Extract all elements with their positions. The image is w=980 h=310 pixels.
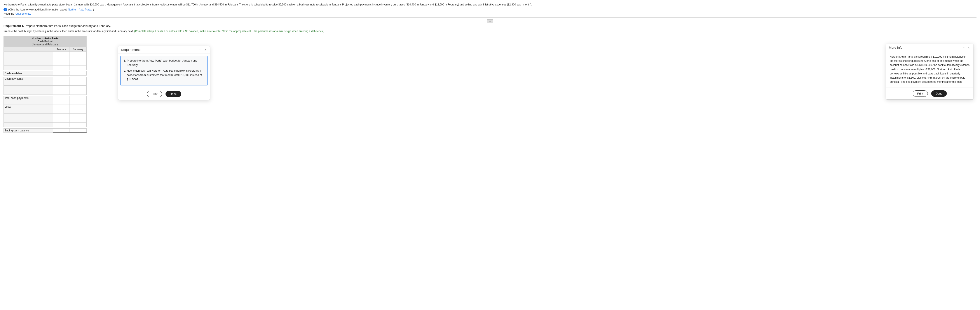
february-input-cell [70, 118, 87, 123]
february-value-input[interactable] [71, 57, 86, 60]
january-value-input[interactable] [54, 86, 68, 90]
january-value-input[interactable] [54, 66, 68, 70]
february-input-cell [70, 52, 87, 56]
february-value-input[interactable] [71, 90, 86, 94]
modal-controls: − × [198, 48, 207, 52]
table-row [4, 61, 87, 65]
january-cell [53, 96, 70, 100]
january-value-input[interactable] [54, 52, 68, 56]
requirements-print-button[interactable]: Print [147, 91, 162, 97]
label-input[interactable] [5, 119, 52, 122]
instruction-text: Prepare the cash budget by entering in t… [3, 30, 134, 33]
february-value-input[interactable] [71, 123, 86, 127]
more-info-close-button[interactable]: × [967, 46, 970, 49]
january-value-input[interactable] [54, 90, 68, 94]
requirements-done-button[interactable]: Done [165, 91, 181, 97]
february-value-input[interactable] [71, 109, 86, 113]
february-cell [70, 96, 87, 100]
table-row [4, 81, 87, 85]
february-input-cell [70, 90, 87, 95]
table-row [4, 100, 87, 105]
static-label-cell: Total cash payments [4, 96, 53, 100]
more-info-minimize-button[interactable]: − [962, 46, 965, 49]
more-info-done-button[interactable]: Done [931, 90, 947, 97]
requirement-item-2: How much cash will Northern Auto Parts b… [127, 68, 205, 82]
february-value-input[interactable] [71, 114, 86, 117]
static-label-cell: Cash payments: [4, 77, 53, 81]
january-cell [53, 71, 70, 76]
february-value-input[interactable] [71, 52, 86, 56]
northern-auto-parts-link[interactable]: Northern Auto Parts. [68, 8, 92, 11]
january-value-input[interactable] [54, 109, 68, 113]
january-input-cell [53, 90, 70, 95]
january-value-input[interactable] [54, 123, 68, 127]
february-input-cell [70, 65, 87, 70]
february-value-input[interactable] [71, 66, 86, 70]
col-january-header: January [53, 47, 70, 52]
label-input[interactable] [5, 90, 52, 94]
february-cell [70, 77, 87, 81]
label-cell [4, 118, 53, 123]
info-suffix: ) [93, 8, 94, 11]
february-value-input[interactable] [71, 81, 86, 85]
table-row: Cash available [4, 71, 87, 76]
label-input[interactable] [5, 81, 52, 85]
budget-type: Cash Budget [4, 40, 86, 43]
static-label-cell: Less: [4, 105, 53, 109]
february-cell [70, 71, 87, 76]
label-input[interactable] [5, 123, 52, 127]
label-input[interactable] [5, 109, 52, 113]
february-value-input[interactable] [71, 101, 86, 104]
label-input[interactable] [5, 114, 52, 117]
requirements-minimize-button[interactable]: − [198, 48, 202, 52]
january-value-input[interactable] [54, 57, 68, 60]
label-input[interactable] [5, 52, 52, 56]
label-input[interactable] [5, 57, 52, 60]
label-cell [4, 52, 53, 56]
february-input-cell [70, 123, 87, 127]
label-input[interactable] [5, 61, 52, 65]
february-value-input[interactable] [71, 61, 86, 65]
january-value-input[interactable] [54, 119, 68, 122]
february-value-input[interactable] [71, 119, 86, 122]
label-cell [4, 56, 53, 61]
january-value-input[interactable] [54, 81, 68, 85]
requirements-modal: Requirements − × Prepare Northern Auto P… [118, 46, 210, 100]
req-number: Requirement 1. [3, 24, 24, 27]
label-cell [4, 90, 53, 95]
table-row [4, 65, 87, 70]
february-input-cell [70, 100, 87, 105]
february-input-cell [70, 114, 87, 118]
more-info-print-button[interactable]: Print [913, 90, 928, 97]
table-row: Cash payments: [4, 77, 87, 81]
january-value-input[interactable] [54, 101, 68, 104]
requirements-modal-title: Requirements [121, 48, 141, 52]
more-info-modal-body: Northern Auto Parts' bank requires a $10… [886, 51, 973, 87]
collapse-button[interactable]: ···· [487, 19, 493, 23]
col-label-header [4, 47, 53, 52]
requirement-title: Requirement 1. Prepare Northern Auto Par… [3, 24, 977, 27]
label-input[interactable] [5, 101, 52, 104]
requirements-link[interactable]: requirements. [15, 12, 31, 15]
label-input[interactable] [5, 66, 52, 70]
table-row [4, 114, 87, 118]
label-cell [4, 100, 53, 105]
info-icon[interactable]: i [3, 8, 7, 11]
february-cell [70, 128, 87, 133]
february-value-input[interactable] [71, 86, 86, 90]
table-row [4, 90, 87, 95]
label-cell [4, 81, 53, 85]
label-input[interactable] [5, 86, 52, 90]
january-value-input[interactable] [54, 61, 68, 65]
budget-header: Northern Auto Parts Cash Budget January … [3, 36, 87, 47]
table-row [4, 109, 87, 114]
requirements-close-button[interactable]: × [204, 48, 207, 52]
more-info-modal-header: More info − × [886, 44, 973, 51]
january-input-cell [53, 114, 70, 118]
january-input-cell [53, 65, 70, 70]
january-value-input[interactable] [54, 114, 68, 117]
divider [3, 17, 977, 18]
static-label-cell: Cash available [4, 71, 53, 76]
january-input-cell [53, 118, 70, 123]
january-input-cell [53, 81, 70, 85]
